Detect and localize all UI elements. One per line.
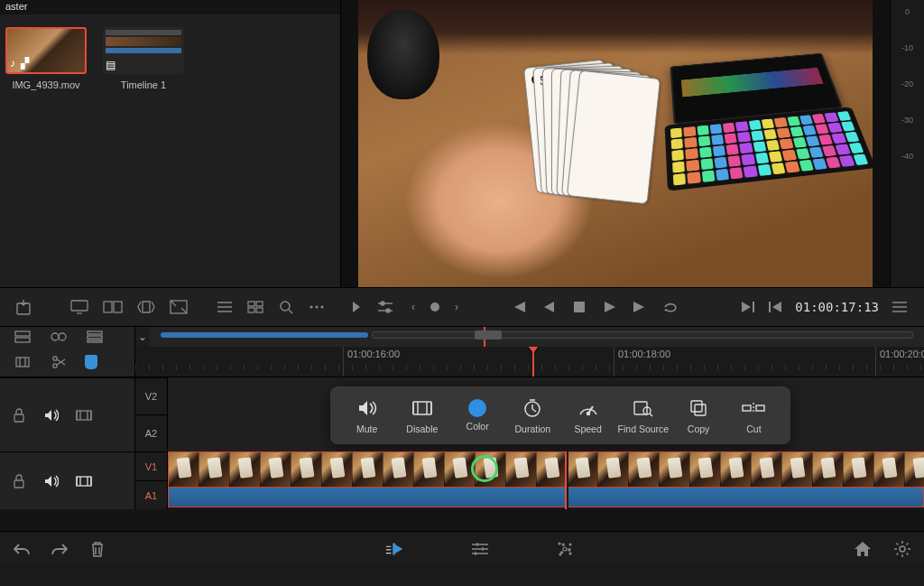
dual-view-icon[interactable] (103, 297, 123, 317)
edit-point[interactable] (567, 451, 568, 509)
speed-icon (577, 396, 600, 420)
monitor-icon[interactable] (70, 297, 88, 317)
play-reverse-icon[interactable] (539, 297, 559, 317)
lock-icon[interactable] (9, 405, 29, 425)
marker-shape-icon[interactable] (85, 355, 97, 369)
popup-duration-button[interactable]: Duration (505, 396, 560, 434)
track-video-icon[interactable] (74, 471, 94, 491)
popup-color-button[interactable]: Color (450, 399, 505, 432)
prev-marker-icon[interactable]: ‹ (403, 297, 423, 317)
popup-copy-button[interactable]: Copy (671, 396, 726, 434)
go-end-icon[interactable] (631, 297, 651, 317)
track-audio-icon[interactable] (42, 471, 61, 491)
media-item-clip[interactable]: ♪ ▞ IMG_4939.mov (5, 27, 87, 90)
ruler-label: 01:00:18:00 (614, 347, 674, 377)
list-view-icon[interactable] (217, 297, 233, 317)
breadcrumb[interactable]: aster (0, 0, 340, 14)
timeline-clips[interactable] (168, 451, 924, 509)
svg-point-9 (281, 302, 290, 311)
fast-review-icon[interactable] (350, 297, 370, 317)
thumbnail-view-icon[interactable] (247, 297, 263, 317)
home-icon[interactable] (852, 538, 873, 560)
reframe-icon[interactable] (137, 297, 155, 317)
loop-icon[interactable] (661, 297, 681, 317)
track-audio-icon[interactable] (42, 405, 61, 425)
popup-item-label: Cut (746, 423, 761, 434)
next-marker-icon[interactable]: › (447, 297, 467, 317)
svg-rect-17 (15, 338, 30, 342)
track-label[interactable]: A1 (135, 480, 167, 509)
popup-disable-button[interactable]: Disable (394, 396, 449, 434)
playhead[interactable] (565, 451, 567, 509)
video-clip[interactable] (168, 451, 924, 488)
svg-rect-7 (248, 308, 254, 312)
media-item-timeline[interactable]: ▤ Timeline 1 (103, 27, 184, 90)
redo-icon[interactable] (49, 538, 70, 560)
timeline-options-icon[interactable] (13, 327, 32, 347)
sync-bin-icon[interactable] (49, 327, 69, 347)
svg-point-24 (53, 356, 57, 359)
viewer[interactable]: Q5 (341, 0, 890, 287)
menu-icon[interactable] (892, 297, 908, 317)
disable-icon (411, 396, 434, 420)
timeline-ruler[interactable]: 01:00:16:0001:00:18:0001:00:20:00 (135, 347, 924, 377)
gear-icon[interactable] (892, 538, 913, 560)
search-icon[interactable] (278, 297, 294, 317)
play-icon[interactable] (600, 297, 620, 317)
popup-item-label: Copy (688, 423, 710, 434)
svg-point-18 (51, 333, 59, 340)
audio-clip[interactable] (168, 488, 924, 507)
track-header-v1 (0, 451, 135, 509)
edit-page-icon[interactable] (469, 538, 491, 560)
svg-rect-5 (248, 302, 254, 306)
color-icon (468, 399, 486, 417)
stacked-icon[interactable] (85, 327, 105, 347)
svg-point-11 (315, 305, 318, 308)
popup-item-label: Disable (406, 423, 438, 434)
cut-page-icon[interactable] (384, 538, 406, 560)
options-icon[interactable] (309, 297, 325, 317)
popup-cut-button[interactable]: Cut (726, 396, 781, 434)
popup-item-label: Find Source (618, 423, 670, 434)
track-label[interactable]: A2 (135, 414, 167, 451)
stop-icon[interactable] (569, 297, 589, 317)
popup-item-label: Mute (356, 423, 377, 434)
marker-dot-icon[interactable] (430, 302, 439, 312)
prev-clip-icon[interactable] (768, 297, 782, 317)
viewer-timecode[interactable]: 01:00:17:13 (795, 300, 879, 314)
zoom-scrollbar[interactable] (150, 327, 924, 347)
track-label[interactable]: V1 (135, 451, 167, 480)
popup-findsource-button[interactable]: Find Source (615, 396, 670, 434)
popup-speed-button[interactable]: Speed (560, 396, 615, 434)
svg-point-43 (569, 544, 571, 545)
trash-icon[interactable] (87, 538, 108, 560)
svg-rect-37 (14, 480, 23, 488)
svg-point-14 (386, 309, 390, 312)
popup-item-label: Speed (574, 423, 601, 434)
svg-rect-20 (88, 331, 102, 334)
svg-rect-35 (743, 405, 751, 411)
svg-point-30 (587, 413, 589, 415)
popup-item-label: Color (467, 421, 489, 432)
go-start-icon[interactable] (508, 297, 528, 317)
fusion-page-icon[interactable] (554, 538, 576, 560)
playhead[interactable] (532, 347, 534, 377)
scissors-icon[interactable] (49, 352, 69, 372)
resolution-icon[interactable] (170, 297, 188, 317)
popup-mute-button[interactable]: Mute (339, 396, 394, 434)
chevron-down-icon[interactable]: ⌄ (135, 327, 150, 347)
svg-rect-3 (114, 302, 122, 312)
svg-rect-26 (14, 414, 23, 422)
track-video-icon[interactable] (74, 405, 94, 425)
undo-icon[interactable] (11, 538, 32, 560)
findsource-icon (632, 396, 655, 420)
sliders-icon[interactable] (375, 297, 395, 317)
svg-rect-6 (256, 302, 263, 306)
track-label[interactable]: V2 (135, 377, 167, 414)
audio-note-icon: ♪ (10, 57, 15, 70)
import-media-icon[interactable] (16, 297, 34, 317)
lock-icon[interactable] (9, 471, 29, 491)
ruler-label: 01:00:16:00 (343, 347, 403, 377)
snap-icon[interactable] (13, 352, 32, 372)
media-pool: aster ♪ ▞ IMG_4939.mov ▤ Timeli (0, 0, 341, 287)
